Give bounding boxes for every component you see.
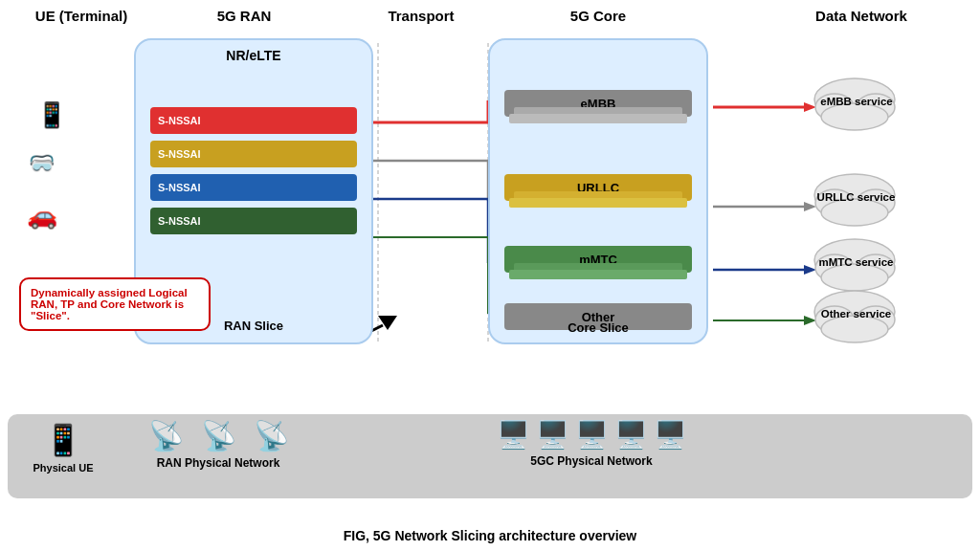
ue-glasses-icon: 🥽: [29, 151, 55, 176]
svg-point-26: [821, 103, 888, 130]
nr-elts-label: NR/eLTE: [136, 48, 371, 63]
data-network-header: Data Network: [785, 8, 938, 24]
svg-marker-6: [804, 102, 816, 112]
core-panel: eMBB URLLC mMTC Other Core: [488, 38, 708, 344]
svg-point-30: [821, 199, 888, 226]
diagram-container: UE (Terminal) 5G RAN Transport 5G Core D…: [0, 0, 980, 551]
svg-point-34: [821, 264, 888, 291]
ran-slice-3: S-NSSAI: [150, 174, 357, 201]
server-icon-1: 🖥️: [497, 419, 530, 451]
physical-ue: 📱 Physical UE: [25, 422, 101, 474]
transport-header: Transport: [373, 8, 469, 24]
svg-marker-22: [378, 316, 397, 330]
ran-slice-4: S-NSSAI: [150, 208, 357, 234]
server-icon-2: 🖥️: [536, 419, 569, 451]
ran-slice-2: S-NSSAI: [150, 141, 357, 167]
core-slice-label: Core Slice: [490, 320, 706, 335]
ue-car-icon: 🚗: [27, 201, 57, 231]
speech-bubble: Dynamically assigned Logical RAN, TP and…: [19, 277, 211, 331]
tower-icon-1: 📡: [148, 419, 184, 452]
server-icon-4: 🖥️: [614, 419, 648, 451]
ran-slice-1: S-NSSAI: [150, 107, 357, 134]
server-icon-5: 🖥️: [654, 419, 687, 451]
svg-point-38: [821, 316, 888, 342]
ue-phone-icon: 📱: [36, 100, 67, 130]
urllc-service-label: URLLC service: [815, 191, 897, 203]
5gc-physical-network: 🖥️ 🖥️ 🖥️ 🖥️ 🖥️ 5GC Physical Network: [477, 419, 706, 468]
urllc-slice-wrapper: URLLC: [504, 174, 692, 214]
mmtc-service-label: mMTC service: [815, 256, 897, 268]
mmtc-slice-wrapper: mMTC: [504, 246, 692, 286]
core-header: 5G Core: [536, 8, 660, 24]
embb-slice-wrapper: eMBB: [504, 90, 692, 130]
tower-icon-2: 📡: [201, 419, 236, 452]
tower-icon-3: 📡: [254, 419, 289, 452]
figure-caption: FIG, 5G Network Slicing architecture ove…: [0, 528, 980, 543]
physical-network-row: 📱 Physical UE 📡 📡 📡 RAN Physical Network…: [8, 414, 972, 498]
ue-header: UE (Terminal): [33, 8, 129, 24]
embb-service-label: eMBB service: [818, 96, 895, 107]
svg-marker-11: [804, 202, 816, 211]
ran-physical-network: 📡 📡 📡 RAN Physical Network: [113, 419, 323, 470]
other-service-label: Other service: [815, 308, 897, 320]
ran-header: 5G RAN: [182, 8, 306, 24]
server-icon-3: 🖥️: [575, 419, 609, 451]
